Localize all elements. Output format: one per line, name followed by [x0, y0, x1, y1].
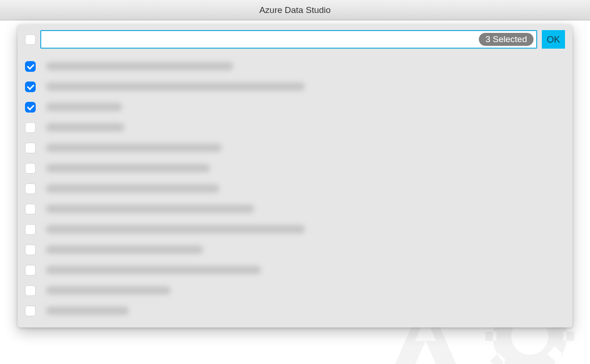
- item-checkbox[interactable]: [25, 82, 36, 92]
- item-checkbox[interactable]: [25, 265, 36, 276]
- item-checkbox[interactable]: [25, 224, 36, 235]
- item-label-redacted: [46, 286, 171, 295]
- select-all-checkbox[interactable]: [25, 34, 36, 45]
- list-item[interactable]: [25, 56, 566, 76]
- list-item[interactable]: [25, 178, 566, 199]
- list-item[interactable]: [25, 158, 566, 178]
- item-label-redacted: [46, 62, 233, 70]
- list-item[interactable]: [25, 260, 566, 280]
- search-field-wrap: 3 Selected: [40, 30, 537, 49]
- quickpick-header: 3 Selected OK: [25, 30, 565, 49]
- item-label-redacted: [46, 245, 203, 254]
- item-label-redacted: [46, 103, 122, 111]
- item-checkbox[interactable]: [25, 285, 36, 296]
- list-item[interactable]: [25, 97, 566, 117]
- item-label-redacted: [46, 225, 305, 233]
- item-label-redacted: [46, 82, 305, 91]
- quickpick-dialog: 3 Selected OK: [18, 25, 572, 327]
- list-item[interactable]: [25, 117, 566, 138]
- list-item[interactable]: [25, 301, 566, 321]
- list-item[interactable]: [25, 76, 566, 97]
- item-checkbox[interactable]: [25, 163, 36, 174]
- selected-count-badge: 3 Selected: [479, 33, 534, 46]
- item-checkbox[interactable]: [25, 245, 36, 255]
- item-checkbox[interactable]: [25, 102, 36, 113]
- list-item[interactable]: [25, 219, 566, 239]
- item-checkbox[interactable]: [25, 306, 36, 316]
- list-item[interactable]: [25, 239, 566, 260]
- list-item[interactable]: [25, 280, 566, 301]
- item-label-redacted: [46, 307, 129, 315]
- item-checkbox[interactable]: [25, 122, 36, 133]
- ok-button[interactable]: OK: [542, 30, 565, 49]
- item-label-redacted: [46, 123, 125, 132]
- window-title: Azure Data Studio: [259, 5, 331, 15]
- item-label-redacted: [46, 184, 220, 193]
- window-titlebar: Azure Data Studio: [0, 0, 590, 20]
- item-label-redacted: [46, 205, 254, 213]
- item-checkbox[interactable]: [25, 204, 36, 214]
- list-item[interactable]: [25, 138, 566, 158]
- quickpick-list: [24, 56, 566, 321]
- search-input[interactable]: [46, 35, 479, 44]
- item-checkbox[interactable]: [25, 143, 36, 153]
- item-checkbox[interactable]: [25, 183, 36, 194]
- item-checkbox[interactable]: [25, 61, 36, 72]
- item-label-redacted: [46, 266, 261, 274]
- list-item[interactable]: [25, 199, 566, 219]
- item-label-redacted: [46, 164, 210, 172]
- item-label-redacted: [46, 144, 222, 152]
